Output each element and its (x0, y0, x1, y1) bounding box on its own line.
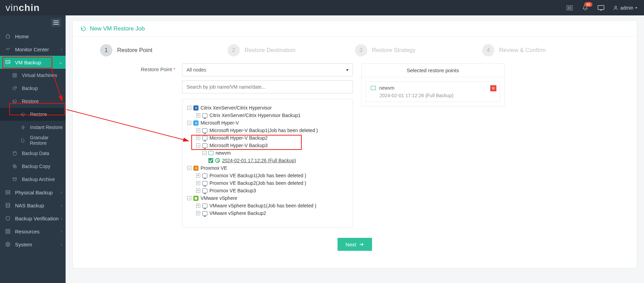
user-menu[interactable]: admin ▾ (613, 5, 637, 11)
next-row: Next ➔ (80, 228, 630, 254)
tree-node[interactable]: +Proxmox VE Backup1(Job has been deleted… (187, 172, 348, 179)
expand-icon[interactable]: + (196, 211, 200, 215)
chevron-right-icon: ‹ (61, 229, 62, 233)
logo-bold: chin (19, 2, 40, 13)
expand-icon[interactable]: + (196, 136, 200, 140)
nav-label: Backup Archive (22, 177, 55, 182)
nav-system[interactable]: System ‹ (0, 238, 66, 251)
main-panel: New VM Restore Job 1Restore Point 2Resto… (72, 21, 637, 268)
tree-node-vmware[interactable]: – ⬢ VMware vSphere (187, 194, 348, 202)
expand-icon[interactable]: + (196, 189, 200, 193)
step-3[interactable]: 3Restore Strategy (355, 44, 482, 56)
grid4-icon (5, 228, 11, 234)
svg-rect-11 (13, 76, 14, 77)
expand-icon[interactable]: + (196, 173, 200, 178)
selected-vm-name: newvm (379, 85, 394, 91)
tree-node-proxmox[interactable]: – ✶ Proxmox VE (187, 164, 348, 172)
tree-node-newvm[interactable]: –newvm (187, 149, 348, 157)
file-icon (20, 137, 26, 143)
tree-node[interactable]: +Microsoft Hyper-V Backup2 (187, 134, 348, 142)
nav-backup-copy[interactable]: Backup Copy (0, 160, 66, 173)
select-value: All nodes (187, 67, 206, 73)
svg-rect-20 (6, 203, 10, 207)
svg-rect-24 (8, 229, 10, 231)
tree-node-citrix[interactable]: – ✕ Citrix XenServer/Citrix Hypervisor (187, 104, 348, 112)
nav-home[interactable]: Home (0, 30, 66, 43)
nav-restore[interactable]: Restore (0, 95, 66, 108)
screen-icon (202, 136, 207, 140)
step-1[interactable]: 1Restore Point (100, 44, 228, 56)
collapse-icon[interactable]: – (187, 106, 191, 110)
sidebar-toggle[interactable] (0, 15, 66, 30)
notif-badge: 46 (584, 2, 592, 7)
step-2[interactable]: 2Restore Destination (228, 44, 355, 56)
tree-column: All nodes ▾ – ✕ Citrix XenServer/Citrix … (182, 63, 353, 228)
vmware-icon: ⬢ (193, 196, 198, 201)
collapse-icon[interactable]: – (202, 151, 206, 155)
checkbox-checked[interactable] (208, 158, 213, 163)
nav-nas-backup[interactable]: NAS Backup ‹ (0, 199, 66, 212)
svg-rect-26 (8, 232, 10, 233)
nav-label: Home (15, 34, 29, 39)
tree-node-restore-point[interactable]: 2024-02-01 17:12:26 (Full Backup) (187, 157, 348, 164)
svg-rect-23 (6, 229, 8, 231)
nav-backup-data[interactable]: Backup Data (0, 147, 66, 160)
chevron-right-icon: ‹ (61, 216, 62, 220)
collapse-icon[interactable]: – (187, 166, 191, 170)
selected-panel: Selected restore points newvm 2024-02-01… (361, 63, 505, 106)
topbar: vinchin 46 admin ▾ (0, 0, 644, 15)
vm-icon: VM (5, 59, 11, 65)
nav-granular-restore[interactable]: Granular Restore (0, 134, 66, 147)
nav-backup[interactable]: Backup (0, 82, 66, 95)
next-button[interactable]: Next ➔ (338, 238, 372, 251)
bell-icon[interactable]: 46 (581, 4, 589, 12)
nav-backup-archive[interactable]: Backup Archive (0, 173, 66, 186)
chevron-right-icon: ‹ (61, 47, 62, 51)
collapse-icon[interactable]: – (196, 143, 200, 147)
nav-label: Backup (22, 86, 38, 91)
nav-label: Restore (22, 99, 39, 104)
tree-node[interactable]: +Proxmox VE Backup3 (187, 187, 348, 194)
collapse-icon[interactable]: – (187, 121, 191, 125)
nav-instant-restore[interactable]: Instant Restore (0, 121, 66, 134)
tree-node[interactable]: +VMware vSphere Backup1(Job has been del… (187, 202, 348, 209)
chevron-right-icon: ‹ (61, 242, 62, 246)
topbar-right: 46 admin ▾ (566, 4, 637, 12)
collapse-icon[interactable]: – (187, 196, 191, 200)
search-box[interactable] (182, 80, 353, 93)
svg-rect-18 (6, 191, 10, 192)
tree-node[interactable]: +Microsoft Hyper-V Backup1(Job has been … (187, 127, 348, 134)
chevron-down-icon: ▾ (635, 6, 637, 10)
expand-icon[interactable]: + (196, 204, 200, 208)
tree-node[interactable]: –Microsoft Hyper-V Backup3 (187, 142, 348, 149)
tree-node[interactable]: +VMware vSphere Backup2 (187, 209, 348, 217)
nav-backup-verification[interactable]: Backup Verification ‹ (0, 212, 66, 225)
monitor-icon[interactable] (597, 4, 605, 12)
expand-icon[interactable]: + (196, 113, 200, 117)
nav-vm-backup[interactable]: VM VM Backup ⌄ (0, 56, 66, 69)
restore-icon (20, 111, 26, 117)
nav-virtual-machines[interactable]: Virtual Machines (0, 69, 66, 82)
nav-restore-sub[interactable]: Restore (0, 108, 66, 121)
expand-icon[interactable]: + (196, 181, 200, 185)
nav-physical-backup[interactable]: Physical Backup ‹ (0, 186, 66, 199)
nav-resources[interactable]: Resources ‹ (0, 225, 66, 238)
remove-button[interactable]: ✕ (490, 85, 496, 91)
nav-label: Restore (30, 112, 47, 117)
tree-node[interactable]: +Proxmox VE Backup2(Job has been deleted… (187, 179, 348, 187)
list-icon[interactable] (566, 4, 573, 12)
tree-node[interactable]: +Citrix XenServer/Citrix Hypervisor Back… (187, 112, 348, 119)
node-select[interactable]: All nodes ▾ (182, 63, 353, 76)
restore-icon (12, 98, 18, 104)
svg-rect-10 (15, 74, 16, 75)
arrow-right-icon: ➔ (359, 241, 364, 247)
search-input[interactable] (187, 84, 348, 90)
nav-monitor[interactable]: Monitor Center ‹ (0, 43, 66, 56)
tree-node-hyperv[interactable]: – ⊞ Microsoft Hyper-V (187, 119, 348, 127)
chevron-down-icon: ▾ (346, 67, 348, 73)
step-4[interactable]: 4Review & Confirm (482, 44, 609, 56)
svg-rect-4 (598, 5, 604, 10)
screen-icon (202, 181, 207, 185)
nav-label: Granular Restore (30, 135, 66, 146)
expand-icon[interactable]: + (196, 128, 200, 132)
